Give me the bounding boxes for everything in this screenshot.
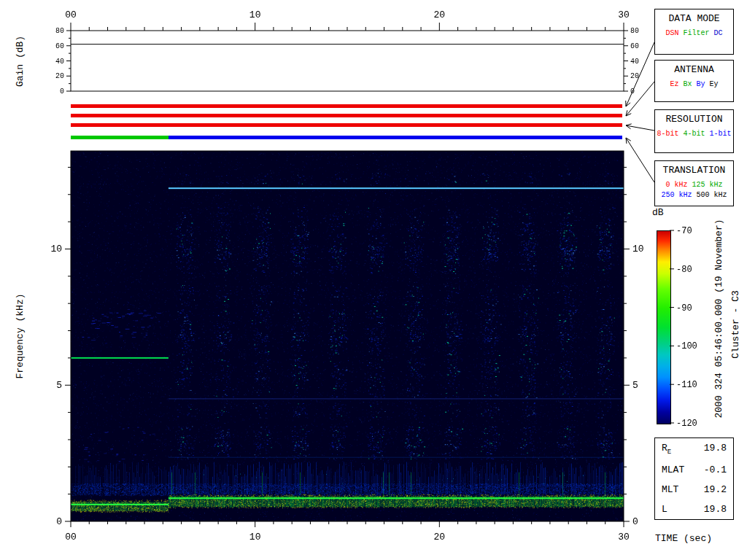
tick bbox=[626, 138, 627, 144]
legend-box-items: 8-bit4-bit1-bit bbox=[655, 129, 733, 139]
legend-item: DSN bbox=[665, 28, 678, 38]
legend-item: Ey bbox=[710, 79, 719, 89]
ephemeris-value: 19.8 bbox=[704, 443, 727, 456]
legend-item: Ez bbox=[670, 79, 678, 89]
legend-item: By bbox=[697, 79, 705, 89]
ephemeris-row: L19.8 bbox=[655, 504, 733, 515]
legend-box-items: EzBxByEy bbox=[655, 79, 733, 89]
tick-label: 60 bbox=[55, 42, 64, 50]
tick-label: 10 bbox=[50, 244, 62, 254]
tick-label: 10 bbox=[632, 244, 644, 254]
status-bar-data-mode bbox=[71, 104, 622, 108]
tick-label: 0 bbox=[56, 516, 62, 527]
ephemeris-row: RE19.8 bbox=[655, 443, 733, 456]
legend-box-translation: TRANSLATION0 kHz125 kHz250 kHz500 kHz bbox=[654, 160, 734, 206]
tick-label: 40 bbox=[630, 58, 639, 66]
spectrogram-canvas bbox=[71, 151, 624, 521]
tick-label: 0 bbox=[630, 88, 635, 96]
tick-label: -70 bbox=[676, 226, 692, 236]
gain-panel-frame bbox=[71, 31, 624, 91]
spacecraft-annotation: Cluster - C3 bbox=[730, 290, 741, 359]
tick-label: -100 bbox=[676, 341, 697, 351]
tick-label: 40 bbox=[55, 58, 64, 66]
legend-item: 250 kHz bbox=[661, 190, 692, 200]
timestamp-annotation: 2000 324 05:46:00.000 (19 November) bbox=[713, 219, 724, 418]
status-bar-translation bbox=[169, 136, 622, 139]
legend-item: 0 kHz bbox=[665, 180, 687, 190]
tick-label: 0 bbox=[632, 516, 638, 527]
legend-item: Filter bbox=[683, 28, 709, 38]
legend-item: 125 kHz bbox=[692, 180, 723, 190]
legend-box-antenna: ANTENNAEzBxByEy bbox=[654, 60, 734, 102]
legend-box-title: RESOLUTION bbox=[655, 114, 733, 125]
legend-item: 4-bit bbox=[683, 129, 705, 139]
tick-label: 20 bbox=[434, 9, 446, 20]
tick-label: -120 bbox=[676, 419, 697, 429]
ephemeris-value: -0.1 bbox=[704, 464, 727, 475]
tick bbox=[626, 138, 654, 182]
tick bbox=[626, 103, 630, 106]
tick-label: 00 bbox=[65, 532, 77, 542]
legend-box-title: TRANSLATION bbox=[655, 165, 733, 176]
wbd-spectrogram-page: { "labels": { "gain_ylabel": "Gain (dB)"… bbox=[0, 0, 747, 560]
ephemeris-row: MLAT-0.1 bbox=[655, 464, 733, 475]
legend-item: Bx bbox=[683, 79, 692, 89]
status-bar-translation bbox=[71, 136, 169, 139]
tick-label: 80 bbox=[630, 27, 639, 35]
ephemeris-label: RE bbox=[662, 443, 671, 456]
frequency-axis-title: Frequency (kHz) bbox=[15, 293, 26, 378]
tick-label: 0 bbox=[60, 88, 64, 96]
status-bar-antenna bbox=[71, 114, 622, 117]
tick-label: 80 bbox=[55, 27, 64, 35]
ephemeris-value: 19.8 bbox=[704, 504, 727, 515]
ephemeris-label: L bbox=[662, 504, 667, 515]
legend-box-title: ANTENNA bbox=[655, 64, 733, 75]
time-axis-label: TIME (sec) bbox=[655, 533, 712, 544]
tick-label: -90 bbox=[676, 303, 692, 314]
tick bbox=[626, 114, 631, 116]
legend-box-title: DATA MODE bbox=[655, 13, 733, 24]
tick bbox=[626, 125, 654, 131]
ephemeris-label: MLAT bbox=[662, 464, 684, 475]
tick-label: 5 bbox=[632, 380, 638, 391]
tick-label: 10 bbox=[249, 532, 261, 542]
gain-axis-title: Gain (dB) bbox=[15, 36, 26, 87]
tick-label: 00 bbox=[65, 9, 77, 20]
tick bbox=[626, 82, 654, 116]
tick-label: 30 bbox=[618, 9, 630, 20]
tick-label: 5 bbox=[56, 380, 62, 391]
legend-box-data-mode: DATA MODEDSNFilterDC bbox=[654, 9, 734, 55]
legend-box-items: 0 kHz125 kHz250 kHz500 kHz bbox=[655, 180, 733, 200]
legend-item: DC bbox=[714, 28, 723, 38]
legend-item: 1-bit bbox=[710, 129, 732, 139]
legend-item: 8-bit bbox=[657, 129, 678, 139]
colorbar bbox=[657, 230, 671, 424]
tick-label: -110 bbox=[676, 380, 697, 390]
legend-box-resolution: RESOLUTION8-bit4-bit1-bit bbox=[654, 109, 734, 153]
legend-item: 500 kHz bbox=[697, 190, 727, 200]
legend-box-items: DSNFilterDC bbox=[655, 28, 733, 38]
status-bar-resolution bbox=[71, 123, 622, 127]
tick-label: 30 bbox=[618, 532, 630, 542]
tick bbox=[626, 125, 630, 129]
ephemeris-label: MLT bbox=[662, 484, 678, 495]
tick bbox=[626, 110, 627, 116]
tick-label: 20 bbox=[434, 532, 446, 542]
colorbar-unit-label: dB bbox=[652, 207, 664, 218]
tick-label: 10 bbox=[249, 9, 261, 20]
ephemeris-value: 19.2 bbox=[704, 484, 727, 495]
tick bbox=[626, 138, 631, 141]
tick bbox=[626, 42, 654, 106]
ephemeris-row: MLT19.2 bbox=[655, 484, 733, 495]
tick-label: -80 bbox=[676, 265, 692, 275]
ephemeris-box: RE19.8MLAT-0.1MLT19.2L19.8 bbox=[654, 438, 734, 520]
tick-label: 60 bbox=[630, 42, 639, 50]
tick-label: 20 bbox=[630, 72, 639, 80]
tick-label: 20 bbox=[55, 72, 64, 80]
tick bbox=[626, 124, 632, 125]
